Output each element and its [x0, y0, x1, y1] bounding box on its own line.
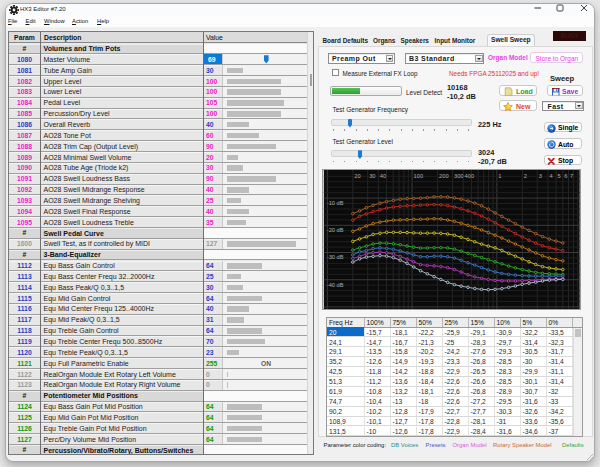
svg-text:-40 dB: -40 dB: [326, 282, 343, 288]
svg-text:5: 5: [557, 173, 560, 179]
svg-text:200: 200: [439, 173, 449, 179]
svg-text:400: 400: [464, 173, 474, 179]
svg-text:30: 30: [369, 173, 375, 179]
svg-text:40: 40: [379, 173, 385, 179]
svg-text:300: 300: [453, 173, 463, 179]
svg-text:20: 20: [354, 173, 360, 179]
svg-text:-30 dB: -30 dB: [326, 254, 343, 260]
svg-text:3: 3: [538, 173, 541, 179]
svg-text:6: 6: [564, 173, 567, 179]
svg-text:100: 100: [413, 173, 423, 179]
svg-text:-20 dB: -20 dB: [326, 227, 343, 233]
svg-text:7: 7: [569, 173, 572, 179]
svg-text:4: 4: [549, 173, 552, 179]
svg-text:1: 1: [498, 173, 501, 179]
svg-text:2: 2: [523, 173, 526, 179]
svg-text:-10 dB: -10 dB: [326, 200, 343, 206]
